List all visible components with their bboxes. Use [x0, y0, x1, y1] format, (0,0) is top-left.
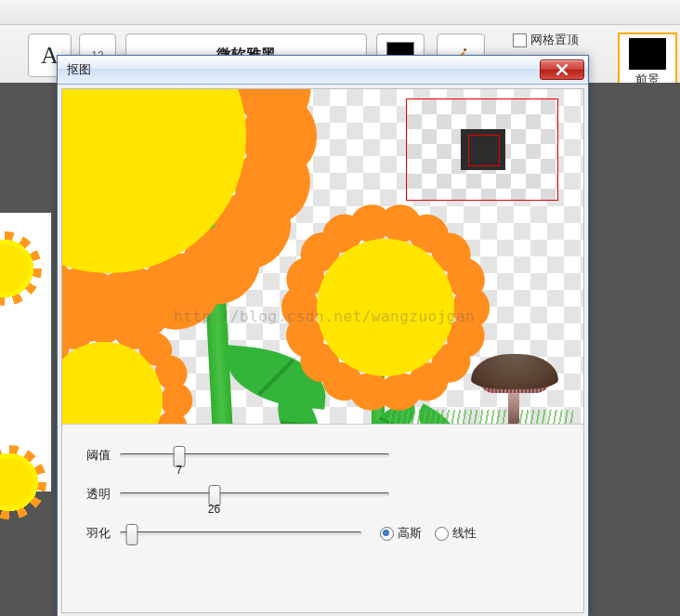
- close-button[interactable]: [540, 59, 584, 80]
- preview-canvas[interactable]: http://blog.csdn.net/wangzuojgan: [62, 89, 583, 424]
- radio-gaussian[interactable]: 高斯: [380, 525, 422, 542]
- mushroom: [464, 354, 566, 424]
- threshold-slider[interactable]: 7: [120, 453, 389, 458]
- feather-thumb[interactable]: [126, 524, 138, 545]
- dialog-body: http://blog.csdn.net/wangzuojgan 阈值 7 透明: [61, 88, 584, 613]
- tab-strip: [0, 0, 680, 25]
- feather-algorithm: 高斯 线性: [380, 525, 477, 542]
- opacity-label: 透明: [77, 486, 111, 503]
- sunflower: [62, 321, 183, 424]
- threshold-label: 阈值: [77, 447, 111, 464]
- radio-gaussian-input[interactable]: [380, 527, 394, 541]
- radio-linear-input[interactable]: [435, 527, 449, 541]
- grid-top-option[interactable]: 网格置顶: [513, 32, 579, 48]
- zoom-cursor: [468, 135, 500, 166]
- feather-label: 羽化: [77, 525, 111, 542]
- feather-row: 羽化 高斯 线性: [77, 514, 569, 553]
- threshold-row: 阈值 7: [77, 436, 569, 475]
- feather-slider[interactable]: [120, 531, 361, 536]
- watermark-text: http://blog.csdn.net/wangzuojgan: [174, 308, 475, 325]
- close-icon: [556, 64, 568, 75]
- radio-linear[interactable]: 线性: [435, 525, 477, 542]
- dialog-titlebar[interactable]: 抠图: [58, 56, 588, 85]
- foreground-color: [629, 38, 666, 70]
- controls-panel: 阈值 7 透明 26 羽化: [62, 424, 583, 612]
- sunflower: [62, 89, 294, 321]
- grid-top-label: 网格置顶: [530, 32, 579, 48]
- cutout-dialog: 抠图: [57, 55, 589, 616]
- opacity-row: 透明 26: [77, 475, 569, 514]
- opacity-value: 26: [208, 503, 220, 516]
- radio-gaussian-label: 高斯: [398, 525, 422, 542]
- opacity-slider[interactable]: 26: [120, 492, 389, 497]
- threshold-value: 7: [176, 464, 182, 477]
- zoom-preview: [406, 98, 558, 201]
- radio-linear-label: 线性: [452, 525, 477, 542]
- dialog-title: 抠图: [67, 61, 540, 78]
- grid-top-checkbox[interactable]: [513, 33, 527, 47]
